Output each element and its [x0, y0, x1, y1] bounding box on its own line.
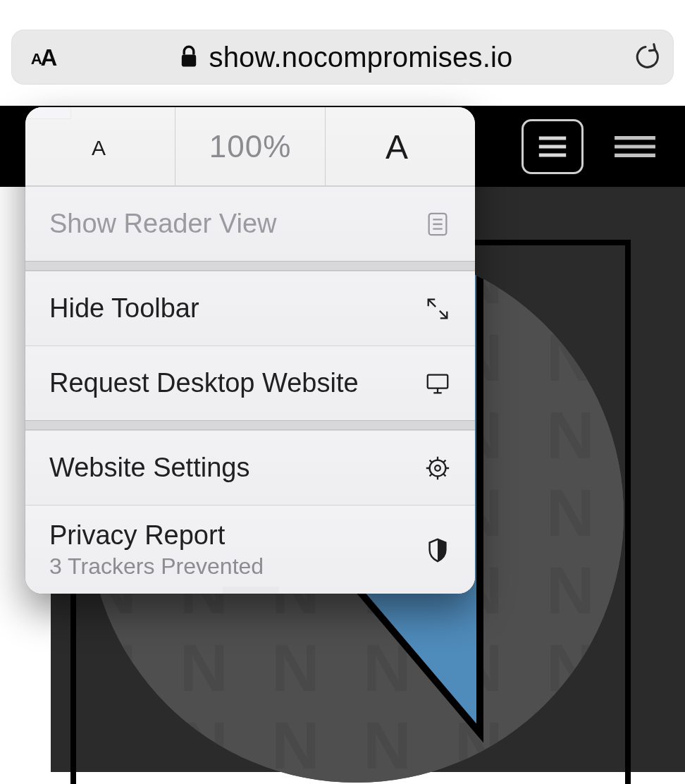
- svg-line-32: [444, 474, 446, 476]
- svg-rect-22: [428, 374, 448, 388]
- small-a-icon: A: [86, 133, 114, 161]
- svg-rect-2: [182, 55, 196, 67]
- svg-text:A: A: [385, 128, 408, 166]
- svg-line-31: [430, 460, 432, 462]
- svg-point-25: [430, 460, 446, 476]
- svg-text:A: A: [92, 136, 106, 159]
- svg-point-26: [435, 465, 440, 471]
- menu-show-reader-view: Show Reader View: [25, 186, 475, 261]
- expand-arrows-icon: [424, 295, 451, 322]
- zoom-row: A 100% A: [25, 107, 475, 186]
- url-text: show.nocompromises.io: [209, 42, 512, 73]
- menu-label: Website Settings: [49, 453, 249, 483]
- menu-label: Hide Toolbar: [49, 293, 199, 324]
- reader-view-icon: [424, 211, 451, 238]
- shield-icon: [424, 537, 451, 563]
- menu-label: Request Desktop Website: [49, 368, 359, 398]
- zoom-in-button[interactable]: A: [326, 107, 475, 185]
- reload-icon: [631, 43, 660, 71]
- svg-line-34: [430, 474, 432, 476]
- menu-separator: [25, 420, 475, 430]
- page-hamburger-button[interactable]: [613, 133, 657, 161]
- menu-subtitle: 3 Trackers Prevented: [49, 553, 264, 580]
- zoom-percent-button[interactable]: 100%: [175, 107, 326, 185]
- menu-lines-icon: [536, 134, 569, 159]
- menu-separator: [25, 261, 475, 271]
- menu-label: Privacy Report: [49, 520, 264, 551]
- svg-line-21: [440, 310, 447, 317]
- big-a-icon: A: [380, 126, 421, 167]
- url-display[interactable]: show.nocompromises.io: [75, 42, 617, 73]
- page-menu-box-button[interactable]: [522, 119, 584, 174]
- reload-button[interactable]: [617, 43, 674, 71]
- lock-icon: [179, 45, 199, 69]
- aa-popover: A 100% A Show Reader View Hide Toolb: [25, 107, 475, 594]
- desktop-icon: [424, 370, 451, 397]
- svg-text:A: A: [41, 44, 58, 71]
- menu-website-settings[interactable]: Website Settings: [25, 430, 475, 505]
- gear-icon: [424, 455, 451, 482]
- zoom-out-button[interactable]: A: [25, 107, 175, 185]
- hamburger-icon: [613, 133, 657, 161]
- svg-line-33: [444, 460, 446, 462]
- menu-privacy-report[interactable]: Privacy Report 3 Trackers Prevented: [25, 505, 475, 594]
- menu-request-desktop-website[interactable]: Request Desktop Website: [25, 345, 475, 420]
- address-bar[interactable]: A A show.nocompromises.io: [11, 30, 674, 85]
- reader-aa-button[interactable]: A A: [11, 43, 75, 71]
- svg-line-20: [428, 299, 436, 306]
- menu-label: Show Reader View: [49, 209, 276, 239]
- menu-hide-toolbar[interactable]: Hide Toolbar: [25, 271, 475, 345]
